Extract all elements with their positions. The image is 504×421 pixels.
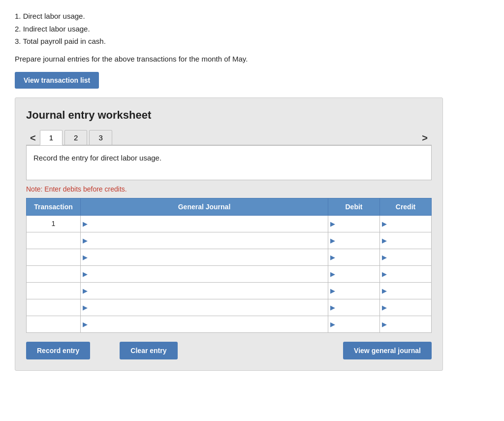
worksheet-title: Journal entry worksheet (26, 109, 432, 122)
gj-arrow-icon-0: ▶ (81, 220, 88, 227)
debit-cell-3[interactable]: ▶ (328, 265, 380, 282)
debit-arrow-icon-5: ▶ (328, 304, 335, 311)
credit-arrow-icon-1: ▶ (380, 237, 387, 244)
transaction-cell-5 (27, 299, 81, 316)
general-journal-cell-0[interactable]: ▶ (81, 215, 328, 232)
debit-arrow-icon-1: ▶ (328, 237, 335, 244)
credit-cell-0[interactable]: ▶ (380, 215, 432, 232)
debit-input-2[interactable] (335, 251, 379, 263)
general-journal-cell-1[interactable]: ▶ (81, 232, 328, 249)
intro-list: 1. Direct labor usage. 2. Indirect labor… (15, 10, 489, 48)
gj-arrow-icon-1: ▶ (81, 237, 88, 244)
table-row: ▶▶▶ (27, 249, 432, 265)
credit-arrow-icon-6: ▶ (380, 321, 387, 328)
transaction-cell-1 (27, 232, 81, 249)
debit-input-3[interactable] (335, 268, 379, 280)
gj-arrow-icon-3: ▶ (81, 270, 88, 278)
general-journal-input-6[interactable] (88, 318, 328, 330)
transaction-cell-4 (27, 282, 81, 299)
view-transaction-button[interactable]: View transaction list (15, 72, 99, 89)
credit-input-6[interactable] (387, 318, 431, 330)
tab-next-button[interactable]: > (418, 131, 432, 145)
table-row: 1▶▶▶ (27, 215, 432, 232)
gj-arrow-icon-6: ▶ (81, 321, 88, 328)
tab-3-button[interactable]: 3 (89, 130, 112, 145)
table-row: ▶▶▶ (27, 299, 432, 316)
credit-arrow-icon-2: ▶ (380, 254, 387, 261)
table-row: ▶▶▶ (27, 282, 432, 299)
debit-cell-6[interactable]: ▶ (328, 316, 380, 332)
transaction-cell-6 (27, 316, 81, 332)
journal-table: Transaction General Journal Debit Credit… (26, 198, 432, 333)
credit-cell-6[interactable]: ▶ (380, 316, 432, 332)
general-journal-cell-6[interactable]: ▶ (81, 316, 328, 332)
intro-item-3: 3. Total payroll paid in cash. (15, 35, 489, 48)
credit-input-5[interactable] (387, 301, 431, 313)
credit-arrow-icon-5: ▶ (380, 304, 387, 311)
debit-cell-5[interactable]: ▶ (328, 299, 380, 316)
credit-cell-1[interactable]: ▶ (380, 232, 432, 249)
gj-arrow-icon-5: ▶ (81, 304, 88, 311)
credit-cell-3[interactable]: ▶ (380, 265, 432, 282)
general-journal-input-0[interactable] (88, 218, 328, 229)
entry-description-box: Record the entry for direct labor usage. (26, 145, 432, 180)
col-header-credit: Credit (380, 198, 432, 215)
debit-arrow-icon-6: ▶ (328, 321, 335, 328)
record-entry-button[interactable]: Record entry (26, 342, 90, 359)
intro-item-1: 1. Direct labor usage. (15, 10, 489, 23)
debit-cell-0[interactable]: ▶ (328, 215, 380, 232)
debit-input-5[interactable] (335, 301, 379, 313)
debit-cell-4[interactable]: ▶ (328, 282, 380, 299)
intro-item-2: 2. Indirect labor usage. (15, 23, 489, 35)
credit-input-1[interactable] (387, 234, 431, 246)
table-row: ▶▶▶ (27, 265, 432, 282)
general-journal-input-2[interactable] (88, 251, 328, 263)
debit-input-6[interactable] (335, 318, 379, 330)
tab-1-button[interactable]: 1 (40, 130, 63, 145)
general-journal-input-5[interactable] (88, 301, 328, 313)
credit-arrow-icon-0: ▶ (380, 220, 387, 227)
col-header-general-journal: General Journal (81, 198, 328, 215)
debit-arrow-icon-4: ▶ (328, 287, 335, 294)
tabs-row: < 1 2 3 > (26, 130, 432, 145)
gj-arrow-icon-4: ▶ (81, 287, 88, 294)
credit-input-0[interactable] (387, 218, 431, 229)
entry-description-text: Record the entry for direct labor usage. (33, 154, 161, 162)
credit-arrow-icon-4: ▶ (380, 287, 387, 294)
general-journal-input-4[interactable] (88, 285, 328, 296)
prepare-text: Prepare journal entries for the above tr… (15, 55, 489, 63)
col-header-transaction: Transaction (27, 198, 81, 215)
tab-prev-button[interactable]: < (26, 131, 40, 145)
debit-arrow-icon-2: ▶ (328, 254, 335, 261)
worksheet-container: Journal entry worksheet < 1 2 3 > Record… (15, 97, 443, 371)
credit-input-4[interactable] (387, 285, 431, 296)
clear-entry-button[interactable]: Clear entry (120, 342, 177, 359)
debit-input-4[interactable] (335, 285, 379, 296)
credit-input-3[interactable] (387, 268, 431, 280)
credit-cell-4[interactable]: ▶ (380, 282, 432, 299)
view-general-journal-button[interactable]: View general journal (343, 342, 432, 359)
debit-input-1[interactable] (335, 234, 379, 246)
debit-cell-2[interactable]: ▶ (328, 249, 380, 265)
col-header-debit: Debit (328, 198, 380, 215)
general-journal-input-3[interactable] (88, 268, 328, 280)
credit-cell-2[interactable]: ▶ (380, 249, 432, 265)
credit-input-2[interactable] (387, 251, 431, 263)
table-row: ▶▶▶ (27, 316, 432, 332)
general-journal-cell-5[interactable]: ▶ (81, 299, 328, 316)
general-journal-cell-4[interactable]: ▶ (81, 282, 328, 299)
credit-arrow-icon-3: ▶ (380, 270, 387, 278)
transaction-cell-3 (27, 265, 81, 282)
debit-input-0[interactable] (335, 218, 379, 229)
transaction-cell-0: 1 (27, 215, 81, 232)
general-journal-input-1[interactable] (88, 234, 328, 246)
table-row: ▶▶▶ (27, 232, 432, 249)
debit-cell-1[interactable]: ▶ (328, 232, 380, 249)
tab-2-button[interactable]: 2 (64, 130, 87, 145)
credit-cell-5[interactable]: ▶ (380, 299, 432, 316)
buttons-row: Record entry Clear entry View general jo… (26, 342, 432, 359)
general-journal-cell-2[interactable]: ▶ (81, 249, 328, 265)
gj-arrow-icon-2: ▶ (81, 254, 88, 261)
general-journal-cell-3[interactable]: ▶ (81, 265, 328, 282)
note-text: Note: Enter debits before credits. (26, 185, 432, 193)
